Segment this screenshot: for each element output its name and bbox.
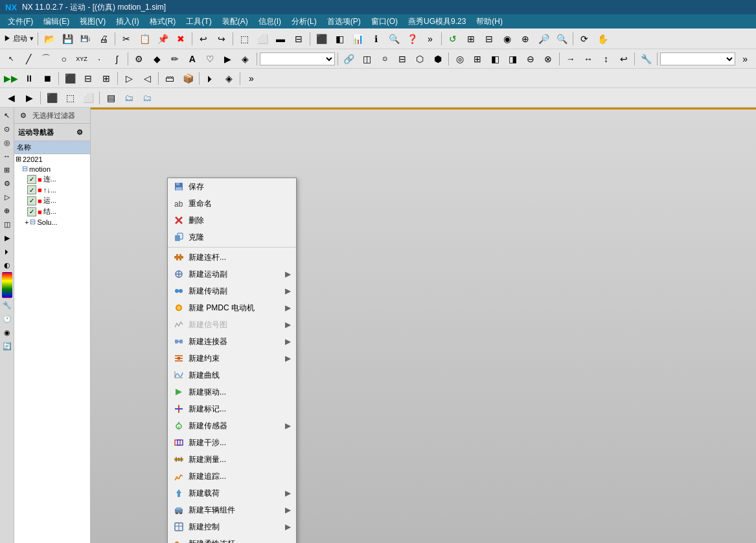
tb2-more2[interactable]: » — [737, 51, 753, 67]
tree-item-link3[interactable]: ✓ ■ 运... — [14, 195, 90, 206]
tb3-cube[interactable]: 🗃 — [161, 70, 178, 87]
menu-format[interactable]: 格式(R) — [144, 15, 181, 29]
tb2-shape[interactable]: ♡ — [202, 51, 218, 67]
tb3-frame3[interactable]: ⊞ — [98, 70, 115, 87]
tb4-b1[interactable]: ⬚ — [62, 89, 78, 106]
tb2-text[interactable]: A — [184, 51, 200, 67]
tree-check-link4[interactable]: ✓ — [27, 207, 36, 216]
ctx-new-sensor[interactable]: 新建传感器 ▶ — [168, 417, 296, 434]
menu-yanxiu[interactable]: 燕秀UG模具9.23 — [403, 15, 471, 29]
ctx-new-control[interactable]: 新建控制 ▶ — [168, 518, 296, 535]
viewport[interactable]: 保存 ab 重命名 删除 克隆 — [91, 108, 756, 543]
menu-edit[interactable]: 编辑(E) — [38, 15, 74, 29]
tb3-sim2[interactable]: ◈ — [220, 70, 237, 87]
tree-item-motion[interactable]: ⊟ motion — [14, 164, 90, 174]
tb2-point[interactable]: · — [91, 51, 108, 67]
tb2-shape2[interactable]: ▶ — [220, 51, 236, 67]
menu-help[interactable]: 帮助(H) — [471, 15, 508, 29]
tree-item-link1[interactable]: ✓ ■ 连... — [14, 174, 90, 185]
tb-zoomout[interactable]: 🔍 — [553, 30, 570, 47]
side-icon-8[interactable]: ◫ — [1, 218, 14, 231]
side-icon-colorbar[interactable] — [2, 272, 12, 298]
side-icon-13[interactable]: 🕐 — [1, 312, 14, 325]
side-icon-11[interactable]: ◐ — [1, 259, 14, 272]
side-icon-15[interactable]: 🔄 — [1, 340, 14, 352]
side-icon-1[interactable]: ⊙ — [1, 122, 14, 135]
tb2-dim[interactable]: ◫ — [359, 51, 375, 67]
ctx-new-driver[interactable]: 新建驱动... — [168, 384, 296, 400]
tb2-select-box[interactable] — [260, 52, 336, 65]
tb-undo[interactable]: ↩ — [195, 30, 212, 47]
menu-assembly[interactable]: 装配(A) — [217, 15, 253, 29]
tb3-more3[interactable]: » — [243, 70, 260, 87]
ctx-new-trace[interactable]: 新建追踪... — [168, 468, 296, 485]
ctx-new-load[interactable]: 新建载荷 ▶ — [168, 485, 296, 502]
tb3-sim[interactable]: ⏵ — [202, 70, 219, 87]
tb2-motion1[interactable]: → — [562, 51, 578, 67]
menu-view[interactable]: 视图(V) — [74, 15, 111, 29]
tb4-orange[interactable]: ⬛ — [43, 89, 60, 106]
tb4-3d2[interactable]: 🗂 — [139, 89, 155, 106]
tb-btn2[interactable]: ⬜ — [254, 30, 271, 47]
side-icon-select[interactable]: ↖ — [1, 109, 14, 122]
side-icon-12[interactable]: 🔧 — [1, 299, 14, 312]
tb2-line[interactable]: ╱ — [20, 51, 36, 67]
tb2-geom[interactable]: ⬡ — [412, 51, 428, 67]
tb3-cube2[interactable]: 📦 — [179, 70, 196, 87]
tb-snap[interactable]: ◉ — [499, 30, 516, 47]
side-icon-3[interactable]: ↔ — [1, 150, 14, 163]
tb2-feature5[interactable]: ⊖ — [522, 51, 538, 67]
side-icon-7[interactable]: ⊕ — [1, 204, 14, 217]
menu-file[interactable]: 文件(F) — [3, 15, 38, 29]
tb2-wrench[interactable]: 🔧 — [637, 51, 654, 67]
tree-item-root[interactable]: ⊞ 22021 — [14, 154, 90, 164]
tb2-ref[interactable]: ⊙ — [376, 51, 393, 67]
tb-start[interactable]: ▶ 启动 ▾ — [3, 30, 35, 47]
tb2-geom2[interactable]: ⬢ — [430, 51, 446, 67]
tb-save2[interactable]: 💾 — [59, 30, 76, 47]
tb2-xyz[interactable]: XYZ — [73, 51, 89, 67]
tb-rotate[interactable]: ⟳ — [576, 30, 593, 47]
tb2-part[interactable]: ◆ — [149, 51, 165, 67]
menu-window[interactable]: 窗口(O) — [366, 15, 403, 29]
tb-btn7[interactable]: 📊 — [349, 30, 366, 47]
tb-snap2[interactable]: ⊕ — [517, 30, 534, 47]
tb-zoom[interactable]: 🔎 — [535, 30, 552, 47]
side-icon-9[interactable]: ▶ — [1, 231, 14, 244]
tb-btn1[interactable]: ⬚ — [236, 30, 253, 47]
tb2-feature3[interactable]: ◧ — [487, 51, 503, 67]
tb2-motion4[interactable]: ↩ — [615, 51, 632, 67]
ctx-new-motor[interactable]: 新建 PMDC 电动机 ▶ — [168, 299, 296, 316]
tb4-frame4[interactable]: ▤ — [102, 89, 119, 106]
ctx-clone[interactable]: 克隆 — [168, 229, 296, 246]
tb4-fwd[interactable]: ▶ — [21, 89, 38, 106]
tb-print[interactable]: 🖨 — [95, 30, 112, 47]
tb2-arc[interactable]: ⌒ — [38, 51, 54, 67]
tb-refresh[interactable]: ↺ — [444, 30, 461, 47]
side-icon-10[interactable]: ⏵ — [1, 245, 14, 258]
tb2-sketch[interactable]: ✏ — [166, 51, 183, 67]
tree-item-link2[interactable]: ✓ ■ ↑↓... — [14, 185, 90, 195]
ctx-new-drive[interactable]: 新建传动副 ▶ — [168, 283, 296, 299]
tb2-curve[interactable]: ∫ — [109, 51, 125, 67]
tb-copy[interactable]: 📋 — [136, 30, 153, 47]
tb3-play[interactable]: ▶▶ — [3, 70, 19, 87]
ctx-rename[interactable]: ab 重命名 — [168, 195, 296, 212]
tb-cut[interactable]: ✂ — [118, 30, 135, 47]
ctx-new-vehicle[interactable]: 新建车辆组件 ▶ — [168, 502, 296, 518]
side-icon-4[interactable]: ⊞ — [1, 163, 14, 176]
tb4-3d1[interactable]: 🗂 — [120, 89, 137, 106]
tree-check-link1[interactable]: ✓ — [27, 175, 36, 184]
tb3-stop[interactable]: ⏹ — [39, 70, 56, 87]
menu-analysis[interactable]: 分析(L) — [286, 15, 322, 29]
ctx-new-marker[interactable]: 新建标记... — [168, 400, 296, 417]
ctx-new-interference[interactable]: 新建干涉... — [168, 434, 296, 451]
ctx-new-measure[interactable]: 新建测量... — [168, 451, 296, 468]
tb2-shape3[interactable]: ◈ — [237, 51, 253, 67]
tb2-ref2[interactable]: ⊟ — [394, 51, 410, 67]
tb4-back[interactable]: ◀ — [3, 89, 19, 106]
side-icon-5[interactable]: ⚙ — [1, 177, 14, 190]
tb-btn6[interactable]: ◧ — [331, 30, 348, 47]
menu-info[interactable]: 信息(I) — [253, 15, 286, 29]
tb2-select[interactable]: ↖ — [3, 51, 19, 67]
